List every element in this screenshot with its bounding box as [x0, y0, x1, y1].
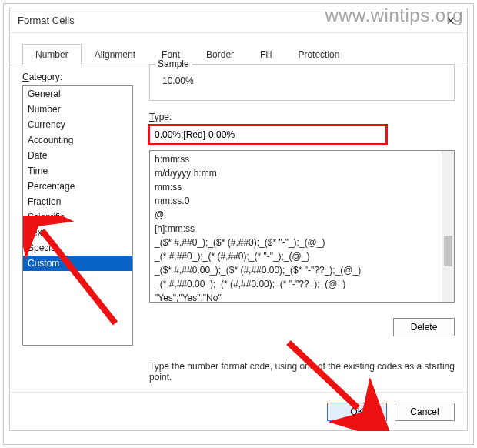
format-row[interactable]: _(* #,##0_);_(* (#,##0);_(* "-"_);_(@_)	[150, 249, 454, 263]
titlebar: Format Cells ✕	[10, 8, 467, 33]
sample-group: Sample 10.00%	[149, 64, 455, 101]
category-item-fraction[interactable]: Fraction	[23, 194, 132, 209]
category-item-accounting[interactable]: Accounting	[23, 132, 132, 148]
sample-label: Sample	[158, 59, 189, 69]
close-button[interactable]: ✕	[439, 12, 462, 30]
tab-border[interactable]: Border	[193, 44, 247, 65]
hint-text: Type the number format code, using one o…	[149, 361, 455, 383]
category-item-general[interactable]: General	[23, 86, 132, 102]
delete-button[interactable]: Delete	[393, 318, 455, 336]
type-input[interactable]	[149, 125, 386, 144]
category-item-number[interactable]: Number	[23, 102, 132, 117]
format-row[interactable]: mm:ss	[150, 180, 454, 194]
scrollbar[interactable]	[442, 151, 454, 302]
cancel-button[interactable]: Cancel	[395, 403, 455, 421]
category-listbox[interactable]: General Number Currency Accounting Date …	[22, 85, 133, 346]
type-label: Type:	[149, 112, 455, 122]
dialog-footer: OK Cancel	[10, 392, 467, 430]
format-row[interactable]: h:mm:ss	[150, 152, 454, 166]
format-row[interactable]: m/d/yyyy h:mm	[150, 166, 454, 180]
format-code-listbox[interactable]: h:mm:ss m/d/yyyy h:mm mm:ss mm:ss.0 @ [h…	[149, 150, 455, 303]
dialog-body: Category: General Number Currency Accoun…	[22, 72, 455, 386]
format-row[interactable]: "Yes";"Yes";"No"	[150, 291, 454, 303]
format-row[interactable]: _($* #,##0.00_);_($* (#,##0.00);_($* "-"…	[150, 263, 454, 277]
tab-alignment[interactable]: Alignment	[82, 44, 148, 65]
scroll-thumb[interactable]	[444, 236, 452, 266]
category-item-percentage[interactable]: Percentage	[23, 179, 132, 194]
right-pane: Sample 10.00% Type: h:mm:ss m/d/yyyy h:m…	[149, 72, 455, 386]
dialog-title: Format Cells	[18, 15, 75, 26]
category-item-text[interactable]: Text	[23, 225, 132, 240]
category-item-date[interactable]: Date	[23, 148, 132, 163]
format-row[interactable]: @	[150, 208, 454, 222]
format-row[interactable]: _(* #,##0.00_);_(* (#,##0.00);_(* "-"??_…	[150, 277, 454, 291]
tab-protection[interactable]: Protection	[285, 44, 352, 65]
sample-value: 10.00%	[159, 71, 445, 86]
tab-fill[interactable]: Fill	[247, 44, 285, 65]
format-row[interactable]: [h]:mm:ss	[150, 222, 454, 236]
category-item-scientific[interactable]: Scientific	[23, 209, 132, 225]
format-row[interactable]: mm:ss.0	[150, 194, 454, 208]
format-cells-dialog: Format Cells ✕ Number Alignment Font Bor…	[9, 8, 468, 431]
tab-strip: Number Alignment Font Border Fill Protec…	[10, 33, 467, 65]
format-row[interactable]: _($* #,##0_);_($* (#,##0);_($* "-"_);_(@…	[150, 236, 454, 249]
ok-button[interactable]: OK	[327, 403, 387, 421]
category-item-special[interactable]: Special	[23, 240, 132, 256]
category-item-currency[interactable]: Currency	[23, 117, 132, 132]
category-item-time[interactable]: Time	[23, 163, 132, 179]
close-icon: ✕	[446, 15, 455, 27]
category-item-custom[interactable]: Custom	[23, 256, 132, 271]
tab-number[interactable]: Number	[22, 44, 82, 65]
